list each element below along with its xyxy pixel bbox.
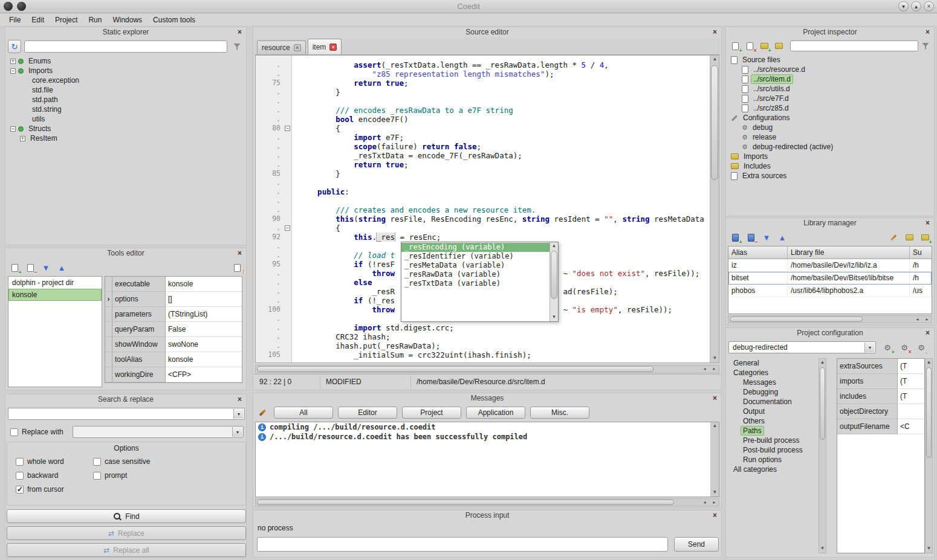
code-line[interactable]: . ihash.put(_resRawData); xyxy=(256,341,710,350)
static-explorer-item[interactable]: utils xyxy=(8,114,244,124)
static-explorer-item[interactable]: +ResItem xyxy=(8,134,244,143)
process-input-field[interactable] xyxy=(257,537,668,552)
replace-combobox[interactable]: ▾ xyxy=(73,426,244,438)
expand-icon[interactable]: + xyxy=(20,136,25,141)
code-line[interactable]: 80− { xyxy=(256,124,710,133)
replace-button[interactable]: ⇄ Replace xyxy=(7,526,246,540)
config-category-item[interactable]: Categories xyxy=(727,368,818,378)
inspector-item[interactable]: ../src/resource.d xyxy=(728,65,932,74)
code-line[interactable]: . /// creates and encodes a new resource… xyxy=(256,205,710,214)
inspector-item[interactable]: ⚙debug-redirected (active) xyxy=(728,142,932,152)
remove-source-button[interactable]: × xyxy=(743,39,756,53)
property-value[interactable]: <C xyxy=(898,419,924,434)
scroll-up-icon[interactable]: ▲ xyxy=(710,56,719,63)
search-combobox[interactable]: ▾ xyxy=(8,408,245,420)
inspector-item[interactable]: ⚙release xyxy=(728,132,932,142)
checkbox-icon[interactable] xyxy=(16,486,24,494)
move-up-button[interactable]: ▲ xyxy=(776,231,789,244)
static-explorer-item[interactable]: core.exception xyxy=(8,76,244,85)
option-backward[interactable]: backward xyxy=(16,471,93,480)
remove-library-button[interactable]: − xyxy=(744,231,757,244)
replace-all-button[interactable]: ⇄ Replace all xyxy=(7,543,246,557)
config-category-item[interactable]: Others xyxy=(727,416,818,426)
open-folder-button[interactable] xyxy=(772,39,785,53)
maximize-icon[interactable]: ▴ xyxy=(911,1,921,11)
chevron-down-icon[interactable]: ▾ xyxy=(864,343,875,352)
code-line[interactable]: . _resTxtData = encode_7F(_resRawData); xyxy=(256,151,710,160)
configuration-combobox[interactable]: debug-redirected ▾ xyxy=(728,341,876,353)
code-line[interactable]: . return true; xyxy=(256,160,710,169)
editor-vertical-scrollbar[interactable]: ▲ ▼ xyxy=(710,56,719,362)
code-line[interactable]: 105 _initialSum = crc322uint(ihash.finis… xyxy=(256,350,710,359)
expand-icon[interactable]: + xyxy=(10,59,16,64)
message-item[interactable]: i/.../build/resource.d.coedit has been s… xyxy=(256,432,719,442)
code-line[interactable]: . "z85 representation length mismatches"… xyxy=(256,69,710,79)
inspector-item[interactable]: Configurations xyxy=(728,113,932,123)
menu-custom-tools[interactable]: Custom tools xyxy=(148,15,201,25)
config-category-item[interactable]: Post-build process xyxy=(727,445,818,455)
config-grid-scrollbar[interactable]: ▲ ▼ xyxy=(925,358,933,553)
refresh-button[interactable]: ↻ xyxy=(8,40,21,53)
checkbox-icon[interactable] xyxy=(16,458,24,466)
config-category-item[interactable]: Documentation xyxy=(727,397,818,407)
scroll-left-icon[interactable]: ◂ xyxy=(700,499,709,507)
remove-config-button[interactable]: ⚙× xyxy=(898,341,911,354)
popup-scrollbar[interactable]: ▲ ▼ xyxy=(550,242,558,321)
filter-button[interactable] xyxy=(919,40,932,52)
scroll-left-icon[interactable]: ◂ xyxy=(913,316,922,324)
move-down-button[interactable]: ▼ xyxy=(760,231,773,244)
add-config-button[interactable]: ⚙+ xyxy=(881,341,894,354)
messages-horizontal-scrollbar[interactable]: ◂ ▸ xyxy=(255,498,719,506)
completion-item[interactable]: _resEncoding (variable) xyxy=(401,243,550,252)
close-icon[interactable]: × xyxy=(924,1,934,11)
scroll-down-icon[interactable]: ▼ xyxy=(550,314,558,321)
filter-misc-button[interactable]: Misc. xyxy=(530,407,589,419)
scroll-right-icon[interactable]: ▸ xyxy=(710,499,719,507)
completion-item[interactable]: _resTxtData (variable) xyxy=(401,279,550,288)
config-category-item[interactable]: Output xyxy=(727,407,818,416)
remove-tool-button[interactable]: − xyxy=(24,261,37,274)
close-panel-icon[interactable]: × xyxy=(711,394,719,402)
scroll-up-icon[interactable]: ▲ xyxy=(819,359,826,367)
filter-application-button[interactable]: Application xyxy=(466,407,525,419)
inspector-item[interactable]: Source files xyxy=(728,55,932,65)
code-line[interactable]: . import e7F; xyxy=(256,133,710,142)
code-line[interactable]: 92 this._res = resEnc; xyxy=(256,233,710,242)
scrollbar-thumb[interactable] xyxy=(551,251,557,299)
inspector-item[interactable]: Includes xyxy=(728,161,932,171)
inspector-item[interactable]: ../src/item.d xyxy=(728,74,932,84)
property-value[interactable]: <CFP> xyxy=(166,367,242,382)
static-explorer-search-input[interactable] xyxy=(24,40,227,53)
config-category-item[interactable]: Paths xyxy=(727,426,818,436)
config-category-item[interactable]: Debugging xyxy=(727,387,818,397)
library-row[interactable]: bitset/home/basile/Dev/Bitset/lib/bitse/… xyxy=(728,272,932,285)
property-value[interactable]: (TStringList) xyxy=(166,307,242,322)
property-value[interactable]: (T xyxy=(898,374,924,389)
property-value[interactable] xyxy=(898,404,924,419)
replace-with-checkbox[interactable] xyxy=(10,428,18,436)
code-line[interactable]: . public: xyxy=(256,187,710,196)
close-panel-icon[interactable]: × xyxy=(924,28,932,36)
menu-edit[interactable]: Edit xyxy=(26,15,50,25)
option-whole-word[interactable]: whole word xyxy=(16,457,93,466)
option-prompt[interactable]: prompt xyxy=(93,471,237,480)
scrollbar-thumb[interactable] xyxy=(711,65,718,180)
close-panel-icon[interactable]: × xyxy=(924,329,932,337)
tool-item[interactable]: dolphin - project dir xyxy=(8,277,102,289)
refresh-button[interactable]: ↻ xyxy=(8,40,21,53)
filter-project-button[interactable]: Project xyxy=(402,407,461,419)
inspector-item[interactable]: Extra sources xyxy=(728,171,932,181)
static-explorer-item[interactable]: +Enums xyxy=(8,56,244,66)
code-line[interactable]: . CRC32 ihash; xyxy=(256,332,710,341)
chevron-down-icon[interactable]: ▾ xyxy=(233,409,244,419)
code-line[interactable]: . assert(_resTxtData.length == _resRawDa… xyxy=(256,60,710,69)
scrollbar-thumb[interactable] xyxy=(730,317,863,322)
scroll-down-icon[interactable]: ▼ xyxy=(710,355,719,362)
collapse-icon[interactable]: − xyxy=(10,126,16,132)
message-item[interactable]: icompiling /.../build/resource.d.coedit xyxy=(256,422,719,432)
scrollbar-thumb[interactable] xyxy=(926,367,932,458)
messages-vertical-scrollbar[interactable]: ▲ ▼ xyxy=(710,422,719,497)
code-line[interactable]: .− { xyxy=(256,224,710,233)
completion-item[interactable]: _resMetaData (variable) xyxy=(401,261,550,270)
library-row[interactable]: phobos/usr/lib64/libphobos2.a/us xyxy=(728,285,932,297)
